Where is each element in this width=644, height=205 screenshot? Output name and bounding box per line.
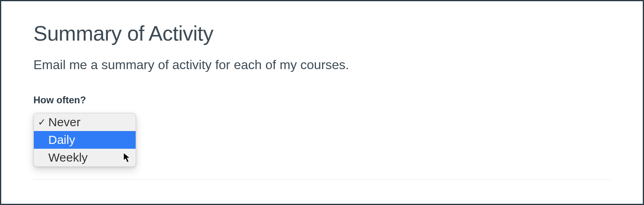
dropdown-option-label: Weekly — [48, 151, 132, 164]
horizontal-divider — [33, 179, 611, 180]
frequency-dropdown-list: ✓ Never Daily Weekly — [33, 113, 136, 167]
checkmark-icon: ✓ — [38, 117, 48, 128]
frequency-dropdown[interactable]: ✓ Never Daily Weekly — [33, 113, 136, 167]
description-text: Email me a summary of activity for each … — [33, 57, 611, 72]
dropdown-option-label: Never — [48, 115, 132, 129]
frequency-label: How often? — [33, 94, 611, 106]
dropdown-option-weekly[interactable]: Weekly — [34, 149, 136, 166]
dropdown-option-never[interactable]: ✓ Never — [34, 113, 136, 131]
dropdown-option-label: Daily — [48, 133, 132, 147]
dropdown-option-daily[interactable]: Daily — [34, 131, 136, 149]
page-title: Summary of Activity — [33, 21, 611, 45]
